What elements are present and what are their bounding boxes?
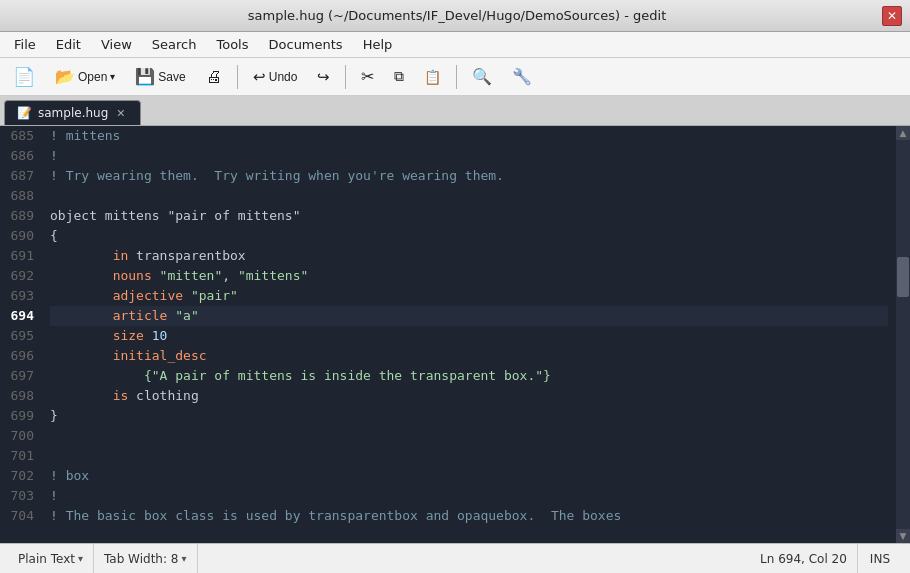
tools-button[interactable]: 🔧 <box>503 62 541 92</box>
line-number-698: 698 <box>8 386 34 406</box>
menu-documents[interactable]: Documents <box>259 35 353 54</box>
code-area[interactable]: ! mittens!! Try wearing them. Try writin… <box>42 126 896 543</box>
line-number-692: 692 <box>8 266 34 286</box>
code-line-685: ! mittens <box>50 126 888 146</box>
line-number-699: 699 <box>8 406 34 426</box>
line-number-691: 691 <box>8 246 34 266</box>
line-number-700: 700 <box>8 426 34 446</box>
save-button[interactable]: 💾 Save <box>126 62 194 92</box>
line-number-690: 690 <box>8 226 34 246</box>
redo-button[interactable]: ↪ <box>308 62 339 92</box>
open-label: Open <box>78 70 107 84</box>
line-number-689: 689 <box>8 206 34 226</box>
toolbar: 📄 📂 Open ▾ 💾 Save 🖨 ↩ Undo ↪ ✂ ⧉ 📋 🔍 🔧 <box>0 58 910 96</box>
window-title: sample.hug (~/Documents/IF_Devel/Hugo/De… <box>32 8 882 23</box>
find-icon: 🔍 <box>472 67 492 86</box>
copy-button[interactable]: ⧉ <box>385 62 413 92</box>
code-line-701 <box>50 446 888 466</box>
scroll-up-button[interactable]: ▲ <box>896 126 910 140</box>
line-number-688: 688 <box>8 186 34 206</box>
find-button[interactable]: 🔍 <box>463 62 501 92</box>
tabwidth-label: Tab Width: 8 <box>104 552 178 566</box>
code-line-687: ! Try wearing them. Try writing when you… <box>50 166 888 186</box>
open-button[interactable]: 📂 Open ▾ <box>46 62 124 92</box>
tabwidth-section[interactable]: Tab Width: 8 ▾ <box>94 544 198 573</box>
separator-2 <box>345 65 346 89</box>
tab-close-button[interactable]: ✕ <box>114 107 127 120</box>
filetype-dropdown[interactable]: Plain Text ▾ <box>18 552 83 566</box>
print-button[interactable]: 🖨 <box>197 62 231 92</box>
menu-edit[interactable]: Edit <box>46 35 91 54</box>
vertical-scrollbar[interactable]: ▲ ▼ <box>896 126 910 543</box>
insert-mode-section: INS <box>858 544 902 573</box>
menu-search[interactable]: Search <box>142 35 207 54</box>
code-line-692: nouns "mitten", "mittens" <box>50 266 888 286</box>
code-line-699: } <box>50 406 888 426</box>
tab-sample-hug[interactable]: 📝 sample.hug ✕ <box>4 100 141 125</box>
line-number-703: 703 <box>8 486 34 506</box>
code-line-696: initial_desc <box>50 346 888 366</box>
menu-help[interactable]: Help <box>353 35 403 54</box>
scroll-track[interactable] <box>896 140 910 529</box>
code-line-690: { <box>50 226 888 246</box>
filetype-chevron-icon: ▾ <box>78 553 83 564</box>
new-icon: 📄 <box>13 66 35 88</box>
code-line-691: in transparentbox <box>50 246 888 266</box>
filetype-section[interactable]: Plain Text ▾ <box>8 544 94 573</box>
insert-mode-label: INS <box>870 552 890 566</box>
paste-button[interactable]: 📋 <box>415 62 450 92</box>
code-line-702: ! box <box>50 466 888 486</box>
menu-file[interactable]: File <box>4 35 46 54</box>
tools-icon: 🔧 <box>512 67 532 86</box>
cut-icon: ✂ <box>361 67 374 86</box>
menubar: File Edit View Search Tools Documents He… <box>0 32 910 58</box>
folder-icon: 📂 <box>55 67 75 86</box>
titlebar: sample.hug (~/Documents/IF_Devel/Hugo/De… <box>0 0 910 32</box>
tab-label: sample.hug <box>38 106 108 120</box>
tabwidth-chevron-icon: ▾ <box>181 553 186 564</box>
copy-icon: ⧉ <box>394 68 404 85</box>
tabwidth-dropdown[interactable]: Tab Width: 8 ▾ <box>104 552 187 566</box>
position-label: Ln 694, Col 20 <box>760 552 847 566</box>
line-number-701: 701 <box>8 446 34 466</box>
line-numbers: 6856866876886896906916926936946956966976… <box>0 126 42 543</box>
separator-1 <box>237 65 238 89</box>
undo-label: Undo <box>269 70 298 84</box>
line-number-696: 696 <box>8 346 34 366</box>
line-number-697: 697 <box>8 366 34 386</box>
code-line-686: ! <box>50 146 888 166</box>
position-section: Ln 694, Col 20 <box>750 544 858 573</box>
code-line-695: size 10 <box>50 326 888 346</box>
code-line-688 <box>50 186 888 206</box>
code-line-704: ! The basic box class is used by transpa… <box>50 506 888 526</box>
open-arrow-icon: ▾ <box>110 71 115 82</box>
tab-file-icon: 📝 <box>17 106 32 120</box>
statusbar: Plain Text ▾ Tab Width: 8 ▾ Ln 694, Col … <box>0 543 910 573</box>
scroll-thumb[interactable] <box>897 257 909 297</box>
paste-icon: 📋 <box>424 69 441 85</box>
line-number-694: 694 <box>8 306 34 326</box>
code-line-700 <box>50 426 888 446</box>
line-number-685: 685 <box>8 126 34 146</box>
cut-button[interactable]: ✂ <box>352 62 383 92</box>
separator-3 <box>456 65 457 89</box>
close-button[interactable]: ✕ <box>882 6 902 26</box>
menu-view[interactable]: View <box>91 35 142 54</box>
line-number-695: 695 <box>8 326 34 346</box>
line-number-686: 686 <box>8 146 34 166</box>
editor-container: 6856866876886896906916926936946956966976… <box>0 126 910 543</box>
code-line-694: article "a" <box>50 306 888 326</box>
save-icon: 💾 <box>135 67 155 86</box>
tabbar: 📝 sample.hug ✕ <box>0 96 910 126</box>
line-number-693: 693 <box>8 286 34 306</box>
filetype-label: Plain Text <box>18 552 75 566</box>
new-button[interactable]: 📄 <box>4 62 44 92</box>
code-line-703: ! <box>50 486 888 506</box>
save-label: Save <box>158 70 185 84</box>
undo-button[interactable]: ↩ Undo <box>244 62 307 92</box>
menu-tools[interactable]: Tools <box>206 35 258 54</box>
line-number-702: 702 <box>8 466 34 486</box>
code-line-698: is clothing <box>50 386 888 406</box>
line-number-687: 687 <box>8 166 34 186</box>
scroll-down-button[interactable]: ▼ <box>896 529 910 543</box>
